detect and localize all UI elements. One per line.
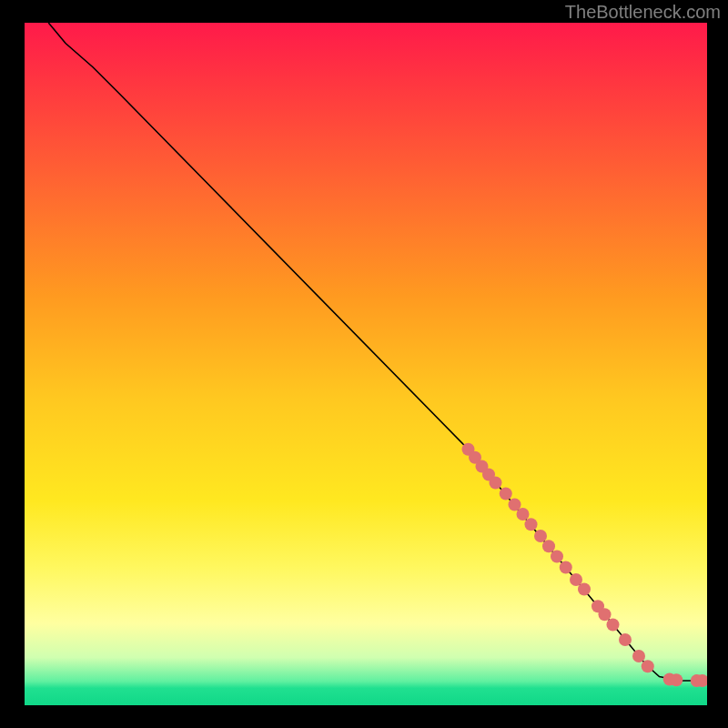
chart-frame: TheBottleneck.com [0,0,728,728]
scatter-point [599,608,612,621]
scatter-point [534,530,547,542]
watermark-text: TheBottleneck.com [565,2,721,23]
scatter-point [619,633,632,646]
scatter-point [542,540,555,552]
chart-svg [25,23,707,705]
scatter-point [525,518,538,531]
scatter-point [517,508,530,521]
scatter-point [607,619,620,632]
gradient-background [25,23,707,705]
scatter-point [500,488,512,500]
scatter-point [578,583,591,596]
scatter-point [551,551,563,563]
scatter-point [490,477,502,490]
scatter-point [632,650,645,662]
scatter-point [642,660,654,672]
plot-area [25,23,707,705]
scatter-point [560,561,572,574]
scatter-point [670,673,682,686]
